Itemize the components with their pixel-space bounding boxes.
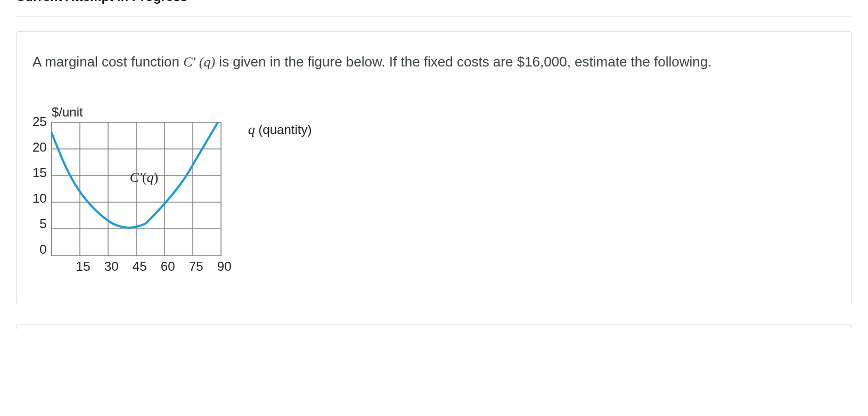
header-divider — [16, 16, 852, 16]
curve-label-c: C — [130, 170, 139, 185]
question-card: A marginal cost function C′ (q) is given… — [16, 31, 852, 304]
plot-area: C′(q) 15 30 45 60 75 90 — [51, 122, 239, 274]
chart-container: $/unit 25 20 15 10 5 0 — [32, 105, 836, 274]
q-prefix: A marginal cost function — [32, 54, 183, 70]
curve-label: C′(q) — [130, 170, 158, 186]
chart-svg — [51, 122, 227, 256]
q-suffix: , estimate the following. — [567, 54, 712, 70]
page-header: Current Attempt in Progress — [16, 0, 852, 13]
curve-label-var: q — [146, 170, 153, 185]
x-axis-var: q — [248, 122, 255, 137]
x-tick: 90 — [210, 259, 239, 274]
question-text: A marginal cost function C′ (q) is given… — [32, 51, 836, 73]
y-axis-title: $/unit — [52, 105, 836, 120]
q-mid: is given in the figure below. If the fix… — [215, 54, 517, 70]
y-tick: 10 — [32, 192, 47, 205]
x-axis-ticks: 15 30 45 60 75 90 — [51, 259, 239, 274]
y-tick: 20 — [32, 141, 47, 154]
x-tick: 45 — [126, 259, 154, 274]
q-func-var: q — [203, 54, 210, 70]
x-tick: 30 — [97, 259, 126, 274]
y-axis-ticks: 25 20 15 10 5 0 — [32, 122, 47, 262]
y-tick: 25 — [32, 115, 47, 128]
x-axis-title: q (quantity) — [248, 122, 312, 138]
x-axis-rest: (quantity) — [255, 122, 312, 137]
y-tick: 15 — [32, 167, 47, 179]
x-tick: 75 — [182, 259, 210, 274]
y-tick: 0 — [32, 243, 47, 256]
q-func-c: C — [183, 54, 192, 70]
curve-label-close: ) — [153, 170, 158, 185]
q-func-open: ( — [195, 54, 203, 70]
y-tick: 5 — [32, 218, 47, 230]
q-cost: $16,000 — [517, 54, 567, 70]
x-tick: 15 — [69, 259, 97, 274]
x-tick: 60 — [154, 259, 182, 274]
next-card-top — [16, 325, 852, 329]
q-func-close: ) — [210, 54, 215, 70]
